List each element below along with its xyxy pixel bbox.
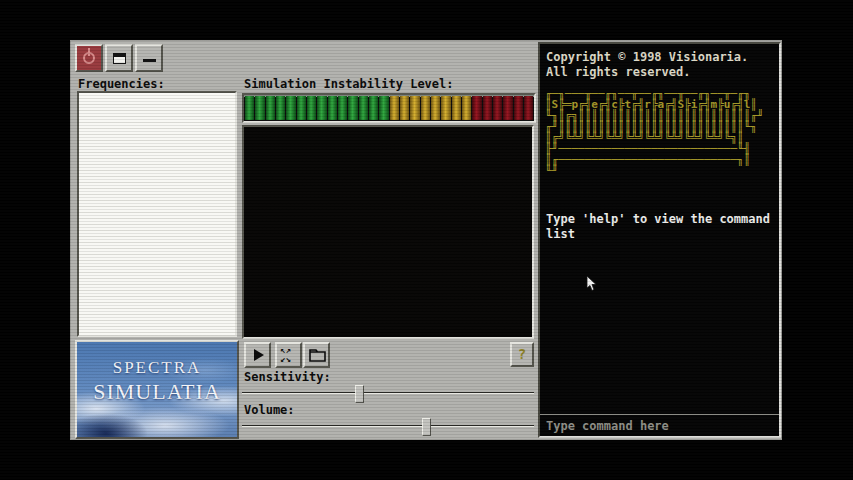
volume-label: Volume:	[244, 403, 295, 417]
mouse-cursor	[586, 276, 597, 292]
meter-segment	[441, 96, 450, 120]
meter-segment	[266, 96, 275, 120]
sensitivity-slider[interactable]	[242, 385, 534, 401]
meter-segment	[472, 96, 481, 120]
fullscreen-button[interactable]: ↖↗ ↙↘	[275, 342, 302, 368]
window-icon-titlebar	[114, 54, 125, 57]
power-icon-stem	[88, 48, 90, 56]
frequencies-listbox[interactable]	[77, 91, 237, 337]
simulation-display	[242, 125, 534, 339]
meter-segment	[369, 96, 378, 120]
logo-panel: SPECTRA SIMULATIA	[75, 340, 239, 439]
meter-segment	[503, 96, 512, 120]
volume-slider-track[interactable]	[242, 425, 534, 427]
sensitivity-slider-thumb[interactable]	[355, 385, 364, 403]
open-file-button[interactable]	[303, 342, 330, 368]
window-button[interactable]	[105, 44, 133, 72]
play-button[interactable]	[244, 342, 271, 368]
window-icon	[113, 53, 126, 64]
command-input-placeholder: Type command here	[546, 419, 669, 433]
meter-segment	[390, 96, 399, 120]
meter-segment	[348, 96, 357, 120]
folder-icon	[309, 348, 327, 363]
power-button[interactable]	[75, 44, 103, 72]
meter-segment	[328, 96, 337, 120]
meter-segment	[317, 96, 326, 120]
sensitivity-label: Sensitivity:	[244, 370, 331, 384]
meter-segment	[307, 96, 316, 120]
play-icon	[254, 349, 264, 361]
meter-segment	[462, 96, 471, 120]
meter-segment	[297, 96, 306, 120]
volume-slider[interactable]	[242, 418, 534, 434]
center-panel: Simulation Instability Level: ↖↗ ↙↘ ? Se…	[242, 41, 536, 439]
command-input[interactable]: Type command here	[540, 414, 779, 436]
meter-segment	[452, 96, 461, 120]
meter-segment	[245, 96, 254, 120]
meter-segment	[286, 96, 295, 120]
app-window: Frequencies: SPECTRA SIMULATIA Simulatio…	[70, 40, 782, 440]
meter-segment	[379, 96, 388, 120]
meter-segment	[483, 96, 492, 120]
meter-segment	[255, 96, 264, 120]
copyright-text: Copyright © 1998 Visionaria. All rights …	[546, 50, 748, 80]
terminal-help-text: Type 'help' to view the command list	[546, 212, 770, 242]
volume-slider-thumb[interactable]	[422, 418, 431, 436]
instability-meter-segments	[244, 95, 534, 121]
logo-line2: SIMULATIA	[77, 379, 237, 405]
spectra-logo-text: SPECTRA SIMULATIA	[77, 358, 237, 405]
expand-arrows-icon: ↖↗ ↙↘	[280, 346, 291, 364]
meter-segment	[524, 96, 533, 120]
sensitivity-slider-track[interactable]	[242, 392, 534, 394]
help-button[interactable]: ?	[510, 342, 534, 367]
meter-segment	[514, 96, 523, 120]
meter-segment	[338, 96, 347, 120]
frequencies-label: Frequencies:	[78, 77, 165, 91]
minimize-icon	[143, 59, 156, 62]
meter-segment	[493, 96, 502, 120]
meter-segment	[276, 96, 285, 120]
question-mark-icon: ?	[512, 346, 532, 362]
logo-line1: SPECTRA	[77, 358, 237, 378]
spectra-logo-image: SPECTRA SIMULATIA	[77, 342, 237, 437]
ascii-logo-art: ╓─╖───╥──╓╖──╥──╓╖──╥──╓╖──╥─╓╖ ║S╠═p╔╣e…	[545, 88, 764, 176]
meter-segment	[400, 96, 409, 120]
instability-meter	[242, 93, 536, 123]
meter-segment	[431, 96, 440, 120]
instability-label: Simulation Instability Level:	[244, 77, 454, 91]
meter-segment	[421, 96, 430, 120]
meter-segment	[359, 96, 368, 120]
meter-segment	[410, 96, 419, 120]
command-terminal: Copyright © 1998 Visionaria. All rights …	[538, 42, 781, 438]
minimize-button[interactable]	[135, 44, 163, 72]
